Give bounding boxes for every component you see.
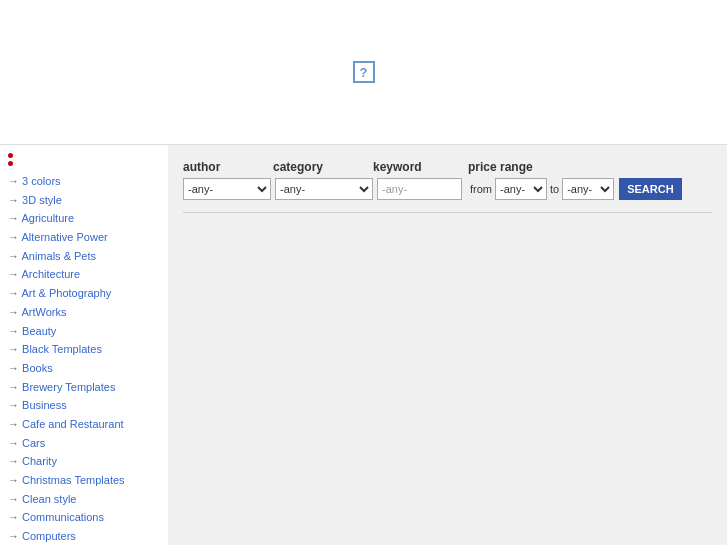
author-select[interactable]: -any- xyxy=(183,178,271,200)
keyword-label: keyword xyxy=(373,160,468,174)
price-from-select[interactable]: -any- xyxy=(495,178,547,200)
category-label: category xyxy=(273,160,373,174)
question-icon: ? xyxy=(353,61,375,83)
search-controls-row: -any- -any- from -any- to -any- SEARCH xyxy=(183,178,712,200)
sidebar-item-cafe-restaurant[interactable]: → Cafe and Restaurant xyxy=(8,415,160,434)
sidebar-item-3dstyle[interactable]: → 3D style xyxy=(8,191,160,210)
divider-line xyxy=(183,212,712,213)
main-layout: → 3 colors → 3D style → Agriculture → Al… xyxy=(0,145,727,545)
sidebar-item-cars[interactable]: → Cars xyxy=(8,434,160,453)
sidebar: → 3 colors → 3D style → Agriculture → Al… xyxy=(0,145,168,545)
sidebar-item-christmas-templates[interactable]: → Christmas Templates xyxy=(8,471,160,490)
sidebar-item-beauty[interactable]: → Beauty xyxy=(8,322,160,341)
sidebar-item-black-templates[interactable]: → Black Templates xyxy=(8,340,160,359)
sidebar-item-books[interactable]: → Books xyxy=(8,359,160,378)
sidebar-item-business[interactable]: → Business xyxy=(8,396,160,415)
keyword-input[interactable] xyxy=(377,178,462,200)
sidebar-item-animals-pets[interactable]: → Animals & Pets xyxy=(8,247,160,266)
sidebar-item-clean-style[interactable]: → Clean style xyxy=(8,490,160,509)
bullet-1 xyxy=(8,153,13,158)
header-area: ? xyxy=(0,0,727,145)
sidebar-item-artworks[interactable]: → ArtWorks xyxy=(8,303,160,322)
bullet-2 xyxy=(8,161,13,166)
search-labels-row: author category keyword price range xyxy=(183,160,712,174)
sidebar-item-communications[interactable]: → Communications xyxy=(8,508,160,527)
sidebar-item-art-photography[interactable]: → Art & Photography xyxy=(8,284,160,303)
category-select[interactable]: -any- xyxy=(275,178,373,200)
content-area: author category keyword price range -any… xyxy=(168,145,727,545)
author-label: author xyxy=(183,160,273,174)
sidebar-item-alternative-power[interactable]: → Alternative Power xyxy=(8,228,160,247)
sidebar-item-computers[interactable]: → Computers xyxy=(8,527,160,545)
sidebar-item-3colors[interactable]: → 3 colors xyxy=(8,172,160,191)
sidebar-item-agriculture[interactable]: → Agriculture xyxy=(8,209,160,228)
price-range-label: price range xyxy=(468,160,638,174)
sidebar-item-brewery-templates[interactable]: → Brewery Templates xyxy=(8,378,160,397)
search-button[interactable]: SEARCH xyxy=(619,178,681,200)
sidebar-bullets xyxy=(8,153,160,166)
price-from-label: from xyxy=(470,183,492,195)
search-form: author category keyword price range -any… xyxy=(183,160,712,213)
price-to-label: to xyxy=(550,183,559,195)
sidebar-item-charity[interactable]: → Charity xyxy=(8,452,160,471)
sidebar-item-architecture[interactable]: → Architecture xyxy=(8,265,160,284)
price-to-select[interactable]: -any- xyxy=(562,178,614,200)
